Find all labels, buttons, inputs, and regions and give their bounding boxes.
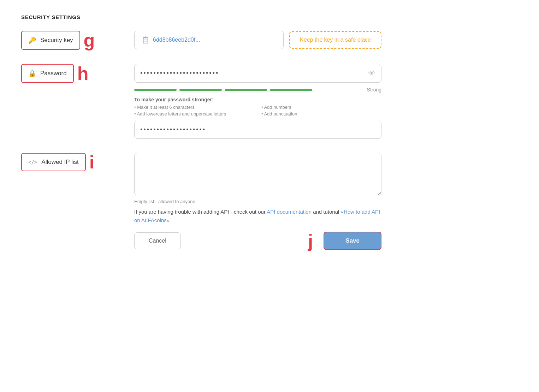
strength-segment-3 [225,89,267,91]
security-key-display: 📋 6dd8b86eeb2d0f... [134,31,284,49]
hint-3: Add lowercase letters and uppercase lett… [134,111,254,117]
confirm-password-dots: •••••••••••••••••••• [140,126,375,133]
hints-title: To make your password stronger: [134,97,381,102]
hint-1: Make it at least 6 characters [134,105,254,110]
copy-icon[interactable]: 📋 [142,36,149,44]
action-row: Cancel j Save [134,232,381,250]
security-key-value: 6dd8b86eeb2d0f... [153,37,200,43]
hint-2: Add numbers [261,105,381,110]
hint-4: Add punctuation [261,111,381,117]
lock-icon: 🔒 [28,70,36,77]
page-title: SECURITY SETTINGS [21,14,518,20]
api-info-text: If you are having trouble with adding AP… [134,209,266,215]
safe-place-button[interactable]: Keep the key in a safe place [289,31,381,49]
ip-empty-hint: Empty list - allowed to anyone [134,199,381,204]
password-dots: •••••••••••••••••••••••• [140,70,368,77]
password-input-wrapper: •••••••••••••••••••••••• 👁 [134,64,381,83]
eye-icon[interactable]: 👁 [368,69,375,77]
nav-item-security-key-label: Security key [40,37,73,44]
password-hints: To make your password stronger: Make it … [134,97,381,117]
ip-list-textarea[interactable] [134,153,381,195]
nav-item-allowed-ip-label: Allowed IP list [41,159,79,166]
strength-segment-2 [179,89,222,91]
annotation-h: h [77,64,89,83]
annotation-i: i [89,153,94,171]
api-info: If you are having trouble with adding AP… [134,208,381,225]
nav-item-password[interactable]: 🔒 Password [21,64,74,83]
nav-item-allowed-ip[interactable]: </> Allowed IP list [21,153,86,171]
save-button[interactable]: Save [324,232,381,250]
strength-bar-row: Strong [134,87,381,93]
api-doc-link[interactable]: API documentation [267,209,312,215]
confirm-password-wrapper: •••••••••••••••••••• [134,121,381,139]
code-icon: </> [28,159,37,165]
api-and: and tutorial [313,209,339,215]
annotation-j: j [308,232,313,250]
annotation-g: g [84,31,95,49]
strength-segment-4 [270,89,312,91]
strength-segment-1 [134,89,177,91]
cancel-button[interactable]: Cancel [134,232,181,249]
strength-label: Strong [367,87,381,93]
key-icon: 🔑 [28,36,36,44]
nav-item-security-key[interactable]: 🔑 Security key [21,31,80,50]
nav-item-password-label: Password [40,70,67,77]
